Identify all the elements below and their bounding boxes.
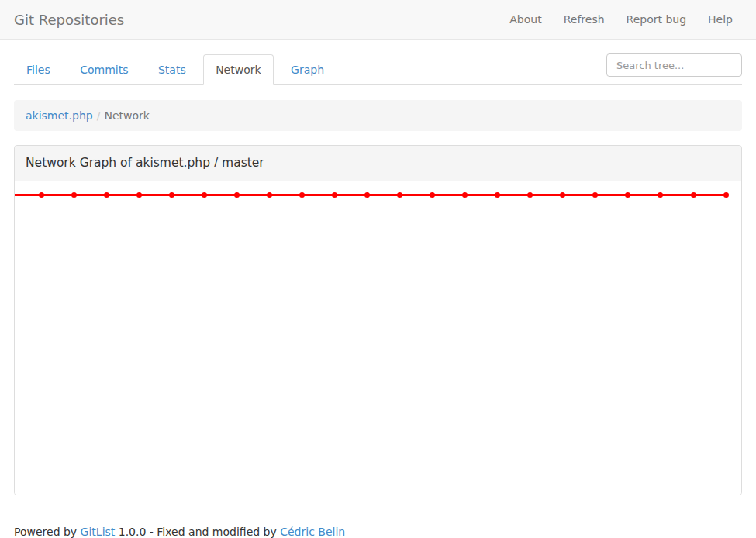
network-graph-panel: Network Graph of akismet.php / master xyxy=(14,145,742,495)
commit-dot[interactable] xyxy=(234,192,240,198)
commit-dot[interactable] xyxy=(430,192,435,198)
commit-dot[interactable] xyxy=(299,192,305,198)
tab-files[interactable]: Files xyxy=(14,54,63,85)
commit-dot[interactable] xyxy=(364,192,370,198)
breadcrumb-repo-link[interactable]: akismet.php xyxy=(26,109,93,122)
footer-prefix: Powered by xyxy=(14,526,77,538)
nav-help-link[interactable]: Help xyxy=(697,2,744,37)
commit-dot[interactable] xyxy=(71,192,77,198)
panel-heading: Network Graph of akismet.php / master xyxy=(15,146,741,181)
footer-middle: 1.0.0 - Fixed and modified by xyxy=(119,526,277,538)
search-input[interactable] xyxy=(606,53,742,77)
main-container: Files Commits Stats Network Graph akisme… xyxy=(0,54,756,538)
commit-dot[interactable] xyxy=(625,192,630,198)
branch-line xyxy=(15,194,727,196)
commit-dot[interactable] xyxy=(39,192,44,198)
commit-dot[interactable] xyxy=(267,192,272,198)
commit-dot[interactable] xyxy=(169,192,174,198)
nav-report-bug-link[interactable]: Report bug xyxy=(616,2,698,37)
nav-refresh-link[interactable]: Refresh xyxy=(553,2,616,37)
commit-dot[interactable] xyxy=(723,192,729,198)
footer-divider xyxy=(14,509,742,509)
tab-commits[interactable]: Commits xyxy=(67,54,140,85)
breadcrumb-divider: / xyxy=(93,109,105,122)
commit-dot[interactable] xyxy=(104,192,109,198)
breadcrumb: akismet.php/Network xyxy=(14,100,742,131)
commit-dot[interactable] xyxy=(397,192,402,198)
network-graph-canvas[interactable] xyxy=(15,181,741,495)
commit-dot[interactable] xyxy=(332,192,337,198)
author-link[interactable]: Cédric Belin xyxy=(280,526,345,538)
page-footer: Powered by GitList 1.0.0 - Fixed and mod… xyxy=(14,526,742,538)
commit-dot[interactable] xyxy=(136,192,142,198)
breadcrumb-current: Network xyxy=(104,109,149,122)
commit-dot[interactable] xyxy=(202,192,207,198)
commit-dot[interactable] xyxy=(691,192,696,198)
tab-stats[interactable]: Stats xyxy=(146,54,198,85)
commit-dot[interactable] xyxy=(462,192,468,198)
app-title[interactable]: Git Repositories xyxy=(12,12,124,28)
commit-dot[interactable] xyxy=(527,192,533,198)
commit-dot[interactable] xyxy=(592,192,598,198)
nav-about-link[interactable]: About xyxy=(499,2,552,37)
navbar-links: About Refresh Report bug Help xyxy=(499,2,744,37)
commit-dot[interactable] xyxy=(495,192,500,198)
tab-network[interactable]: Network xyxy=(203,54,273,85)
gitlist-link[interactable]: GitList xyxy=(81,526,116,538)
commit-dot[interactable] xyxy=(560,192,565,198)
top-navbar: Git Repositories About Refresh Report bu… xyxy=(0,0,756,40)
commit-dot[interactable] xyxy=(658,192,663,198)
repo-tabs-row: Files Commits Stats Network Graph xyxy=(14,54,742,85)
tab-graph[interactable]: Graph xyxy=(278,54,337,85)
